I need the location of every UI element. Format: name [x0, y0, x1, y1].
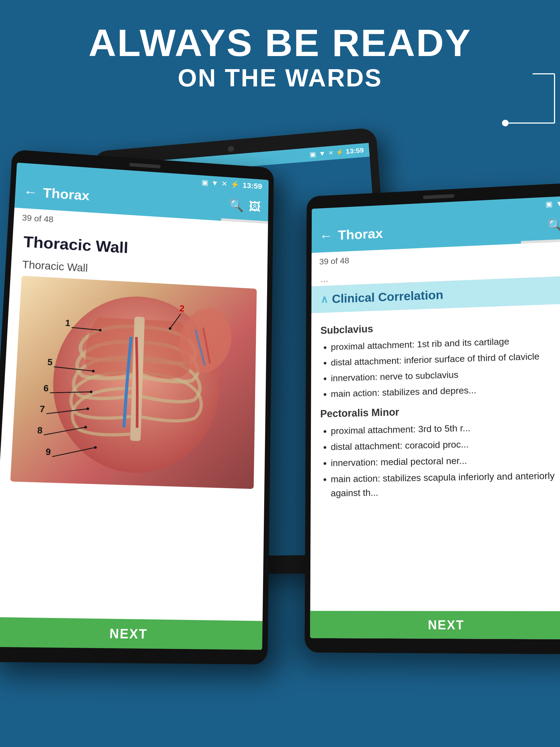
svg-text:6: 6 [43, 383, 49, 393]
subclavius-list: proximal attachment: 1st rib and its car… [331, 333, 560, 401]
svg-text:7: 7 [40, 404, 45, 414]
next-button-left[interactable]: NEXT [0, 617, 262, 650]
pectoralis-title: Pectoralis Minor [320, 400, 560, 422]
next-button-right[interactable]: NEXT [310, 611, 560, 639]
svg-text:8: 8 [37, 425, 43, 436]
pectoralis-item-3: innervation: medial pectoral ner... [331, 452, 560, 470]
status-time: 13:59 [243, 181, 262, 190]
anatomy-svg: 1 2 5 6 [10, 276, 257, 489]
right-tablet-screen: ▣ ▼ ← Thorax 🔍 39 of 48 ... ∧ Clini [310, 196, 560, 640]
tablets-area: ▣ ▼ ✕ ⚡ 13:59 ▣ ▼ ✕ ⚡ 13:59 ← Thorax [0, 104, 560, 747]
chevron-up-icon[interactable]: ∧ [321, 293, 328, 305]
left-tablet-screen: ▣ ▼ ✕ ⚡ 13:59 ← Thorax 🔍 🖼 39 of 48 T [0, 163, 269, 650]
image-icon-left[interactable]: 🖼 [249, 199, 261, 213]
clinical-title: ∧ Clinical Correlation [321, 283, 560, 307]
hero-title: ALWAYS BE READY [0, 22, 560, 64]
wifi-icon: ▼ [211, 179, 219, 187]
right-wifi-icon: ▼ [556, 199, 560, 208]
pectoralis-item-4: main action: stabilizes scapula inferior… [331, 468, 560, 500]
search-icon-right[interactable]: 🔍 [547, 218, 560, 233]
svg-text:9: 9 [45, 447, 51, 457]
pectoralis-list: proximal attachment: 3rd to 5th r... dis… [331, 419, 560, 500]
app-title-left: Thorax [43, 185, 224, 212]
search-icon-left[interactable]: 🔍 [229, 198, 244, 212]
pectoralis-item-2: distal attachment: coracoid proc... [331, 435, 560, 454]
left-content-area: Thoracic Wall Thoracic Wall [0, 227, 268, 495]
anatomy-diagram: 1 2 5 6 [10, 276, 257, 489]
back-tablet-time: 13:59 [346, 146, 364, 156]
svg-text:2: 2 [179, 304, 184, 313]
hero-subtitle: ON THE WARDS [0, 64, 560, 92]
tablet-front-left: ▣ ▼ ✕ ⚡ 13:59 ← Thorax 🔍 🖼 39 of 48 T [0, 150, 274, 664]
signal-icon: ✕ [222, 179, 228, 188]
app-title-right: Thorax [338, 218, 542, 243]
hero-section: ALWAYS BE READY ON THE WARDS [0, 0, 560, 103]
right-clinical-content: Subclavius proximal attachment: 1st rib … [311, 304, 560, 509]
back-button-right[interactable]: ← [320, 228, 333, 243]
right-vibrate-icon: ▣ [545, 200, 553, 208]
pectoralis-item-1: proximal attachment: 3rd to 5th r... [331, 419, 560, 438]
back-button-left[interactable]: ← [23, 184, 38, 200]
tablet-front-right: ▣ ▼ ← Thorax 🔍 39 of 48 ... ∧ Clini [305, 183, 560, 654]
svg-text:5: 5 [47, 357, 53, 367]
battery-icon: ⚡ [230, 180, 239, 189]
svg-text:1: 1 [65, 318, 71, 328]
vibrate-icon: ▣ [201, 178, 208, 187]
